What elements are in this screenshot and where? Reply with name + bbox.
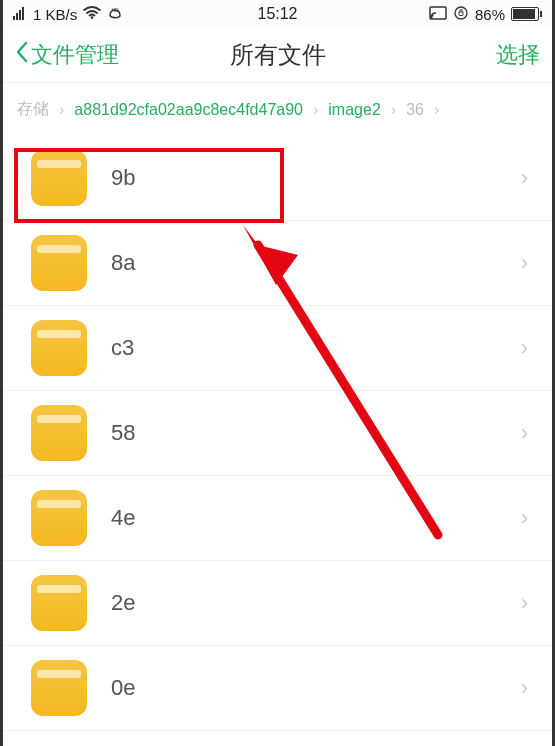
battery-pct: 86%	[475, 6, 505, 23]
breadcrumb-item[interactable]: 存储	[17, 99, 49, 120]
status-time: 15:12	[257, 5, 297, 23]
file-name: 58	[111, 420, 521, 446]
file-name: 4e	[111, 505, 521, 531]
breadcrumb: 存储 › a881d92cfa02aa9c8ec4fd47a90 › image…	[3, 83, 552, 136]
back-label: 文件管理	[31, 40, 119, 70]
svg-rect-0	[13, 16, 15, 20]
chevron-right-icon: ›	[521, 505, 528, 531]
hd-call-icon: HD	[107, 6, 123, 23]
nav-bar: 文件管理 所有文件 选择	[3, 28, 552, 83]
folder-icon	[31, 660, 87, 716]
list-item[interactable]: 58 ›	[3, 391, 552, 476]
status-bar: 1 KB/s HD 15:12 86%	[3, 0, 552, 28]
page-title: 所有文件	[230, 39, 326, 71]
select-button[interactable]: 选择	[496, 40, 540, 70]
back-button[interactable]: 文件管理	[15, 40, 119, 70]
folder-icon	[31, 405, 87, 461]
battery-icon	[511, 7, 542, 21]
file-name: 0e	[111, 675, 521, 701]
file-name: 2e	[111, 590, 521, 616]
chevron-right-icon: ›	[59, 101, 64, 119]
chevron-right-icon: ›	[521, 335, 528, 361]
chevron-right-icon: ›	[521, 675, 528, 701]
folder-icon	[31, 150, 87, 206]
list-item[interactable]: 8a ›	[3, 221, 552, 306]
svg-point-7	[430, 16, 432, 18]
cast-icon	[429, 6, 447, 23]
svg-rect-2	[19, 10, 21, 20]
folder-icon	[31, 320, 87, 376]
list-item[interactable]: 0e ›	[3, 646, 552, 731]
folder-icon	[31, 235, 87, 291]
folder-icon	[31, 490, 87, 546]
chevron-right-icon: ›	[434, 101, 439, 119]
svg-text:HD: HD	[112, 7, 120, 13]
signal-icon	[13, 6, 27, 23]
svg-rect-1	[16, 13, 18, 20]
svg-rect-9	[459, 12, 463, 16]
network-speed: 1 KB/s	[33, 6, 77, 23]
chevron-left-icon	[15, 41, 29, 69]
file-list: 9b › 8a › c3 › 58 › 4e › 2e › 0e › 3c	[3, 136, 552, 746]
chevron-right-icon: ›	[313, 101, 318, 119]
chevron-right-icon: ›	[521, 420, 528, 446]
svg-point-8	[455, 7, 467, 19]
chevron-right-icon: ›	[521, 590, 528, 616]
breadcrumb-item[interactable]: a881d92cfa02aa9c8ec4fd47a90	[74, 101, 303, 119]
list-item[interactable]: 9b ›	[3, 136, 552, 221]
rotation-lock-icon	[453, 5, 469, 24]
list-item[interactable]: c3 ›	[3, 306, 552, 391]
list-item[interactable]: 4e ›	[3, 476, 552, 561]
file-name: 9b	[111, 165, 521, 191]
chevron-right-icon: ›	[391, 101, 396, 119]
file-name: c3	[111, 335, 521, 361]
breadcrumb-item[interactable]: image2	[328, 101, 380, 119]
wifi-icon	[83, 6, 101, 23]
chevron-right-icon: ›	[521, 250, 528, 276]
file-name: 8a	[111, 250, 521, 276]
folder-icon	[31, 575, 87, 631]
svg-point-4	[91, 16, 94, 19]
breadcrumb-item[interactable]: 36	[406, 101, 424, 119]
list-item[interactable]: 2e ›	[3, 561, 552, 646]
svg-rect-3	[22, 7, 24, 20]
chevron-right-icon: ›	[521, 165, 528, 191]
list-item[interactable]: 3c	[3, 731, 552, 746]
